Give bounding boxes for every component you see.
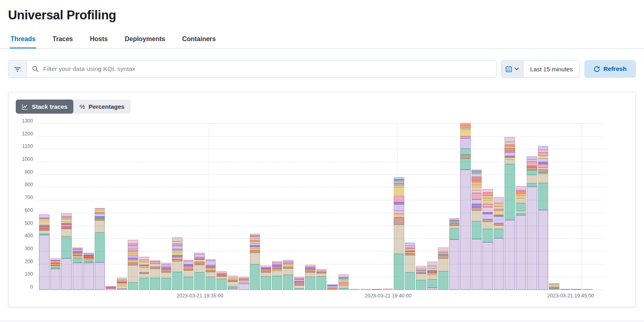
bar-segment <box>472 190 482 193</box>
stacked-bar[interactable] <box>106 286 116 290</box>
date-picker-menu-button[interactable] <box>501 60 524 77</box>
gridline-horizontal <box>37 162 604 162</box>
stacked-bar[interactable] <box>527 156 537 290</box>
toggle-stack-traces[interactable]: Stack traces <box>16 100 73 114</box>
stacked-bar[interactable] <box>327 285 338 290</box>
stacked-bar[interactable] <box>405 243 415 290</box>
stacked-bar[interactable] <box>383 289 393 290</box>
stacked-bar[interactable] <box>494 197 504 290</box>
plot-area[interactable]: 0100200300400500600700800900100011001200… <box>37 124 604 290</box>
bar-segment <box>438 254 449 256</box>
bar-segment <box>305 271 316 272</box>
stacked-bar[interactable] <box>361 289 371 290</box>
bar-segment <box>505 160 515 164</box>
stacked-bar[interactable] <box>505 137 515 290</box>
stacked-bar[interactable] <box>50 258 61 290</box>
bar-segment <box>216 275 227 276</box>
bar-segment <box>39 227 50 228</box>
bar-segment <box>73 250 83 251</box>
bar-segment <box>61 224 72 226</box>
time-range-button[interactable]: Last 15 minutes <box>524 60 580 77</box>
bar-segment <box>150 260 160 262</box>
bar-segment <box>427 270 438 272</box>
bar-segment <box>206 265 216 266</box>
bar-segment <box>206 272 216 277</box>
stacked-bar[interactable] <box>239 277 249 290</box>
bar-segment <box>117 283 127 284</box>
bar-segment <box>117 282 127 283</box>
stacked-bar[interactable] <box>61 213 72 290</box>
bar-segment <box>95 220 105 233</box>
stacked-bar[interactable] <box>161 263 172 290</box>
bar-segment <box>349 289 360 290</box>
bar-segment <box>394 254 404 290</box>
stacked-bar[interactable] <box>216 271 227 290</box>
stacked-bar[interactable] <box>73 247 83 290</box>
stacked-bar[interactable] <box>261 266 271 290</box>
bar-segment <box>383 289 393 290</box>
stacked-bar[interactable] <box>139 257 150 290</box>
stacked-bar[interactable] <box>349 289 360 290</box>
filter-menu-button[interactable] <box>8 60 27 77</box>
stacked-bar[interactable] <box>206 259 216 290</box>
stacked-bar[interactable] <box>194 253 205 290</box>
bar-segment <box>250 247 260 249</box>
bar-segment <box>549 287 559 289</box>
bar-segment <box>394 202 404 204</box>
tab-containers[interactable]: Containers <box>181 32 217 48</box>
tab-deployments[interactable]: Deployments <box>124 32 166 48</box>
stacked-bar[interactable] <box>438 247 449 290</box>
stacked-bar[interactable] <box>316 269 327 290</box>
bar-segment <box>283 260 293 262</box>
stacked-bar[interactable] <box>482 189 493 290</box>
stacked-bar[interactable] <box>150 260 160 290</box>
stacked-bar[interactable] <box>416 266 426 290</box>
bar-segment <box>139 260 150 262</box>
stacked-bar[interactable] <box>427 262 438 290</box>
stacked-bar[interactable] <box>294 277 305 290</box>
stacked-bar[interactable] <box>449 218 460 290</box>
bar-segment <box>427 266 438 268</box>
stacked-bar[interactable] <box>472 170 482 290</box>
bar-segment <box>316 271 327 272</box>
stacked-bar[interactable] <box>183 260 194 290</box>
bar-segment <box>405 272 415 290</box>
bar-segment <box>250 240 260 241</box>
stacked-bar[interactable] <box>228 276 238 290</box>
stacked-bar[interactable] <box>305 265 316 290</box>
bar-segment <box>438 258 449 271</box>
stacked-bar[interactable] <box>172 237 183 290</box>
tab-hosts[interactable]: Hosts <box>89 32 108 48</box>
bar-segment <box>95 218 105 219</box>
stacked-bar[interactable] <box>83 253 94 290</box>
bar-segment <box>472 185 482 187</box>
stacked-bar[interactable] <box>538 146 548 290</box>
stacked-bar[interactable] <box>549 283 559 290</box>
stacked-bar[interactable] <box>272 261 283 290</box>
bar-segment <box>394 214 404 218</box>
tab-threads[interactable]: Threads <box>10 32 36 48</box>
stacked-bar[interactable] <box>283 260 293 290</box>
stacked-bar[interactable] <box>516 186 526 290</box>
bar-segment <box>261 266 271 268</box>
toggle-percentages[interactable]: %Percentages <box>73 100 131 114</box>
stacked-bar[interactable] <box>460 124 471 290</box>
tab-traces[interactable]: Traces <box>52 32 74 48</box>
stacked-bar[interactable] <box>582 289 593 290</box>
stacked-bar[interactable] <box>571 289 582 290</box>
stacked-bar[interactable] <box>128 240 138 290</box>
bar-segment <box>416 274 426 280</box>
stacked-bar[interactable] <box>372 289 382 290</box>
stacked-bar[interactable] <box>560 289 571 290</box>
stacked-bar[interactable] <box>394 177 404 290</box>
stacked-bar[interactable] <box>339 274 349 290</box>
bar-segment <box>206 268 216 269</box>
refresh-button[interactable]: Refresh <box>584 60 636 78</box>
bar-segment <box>305 272 316 277</box>
stacked-bar[interactable] <box>95 208 105 290</box>
stacked-bar[interactable] <box>250 234 260 290</box>
stacked-bar[interactable] <box>117 278 127 290</box>
stacked-bar[interactable] <box>39 214 50 290</box>
x-axis-label: 2023-03-21 19:35:00 <box>177 293 223 299</box>
search-input[interactable]: Filter your data using KQL syntax <box>27 60 496 77</box>
